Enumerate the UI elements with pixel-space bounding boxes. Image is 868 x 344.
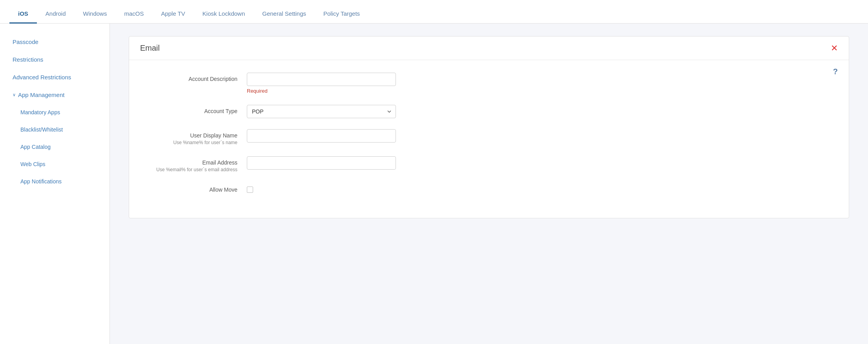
account-type-label: Account Type — [145, 108, 237, 114]
tab-general-settings[interactable]: General Settings — [253, 3, 315, 24]
sidebar-item-app-catalog[interactable]: App Catalog — [0, 138, 109, 156]
close-button[interactable]: ✕ — [831, 44, 838, 53]
email-card-body: ? Account Description Required Account T… — [129, 60, 849, 218]
sidebar: Passcode Restrictions Advanced Restricti… — [0, 24, 110, 344]
account-type-row: Account Type POP IMAP — [145, 105, 833, 118]
email-address-sublabel: Use %email% for user`s email address — [145, 167, 237, 172]
email-card-header: Email ✕ — [129, 37, 849, 60]
tab-windows[interactable]: Windows — [75, 3, 116, 24]
top-nav: iOS Android Windows macOS Apple TV Kiosk… — [0, 0, 868, 24]
sidebar-item-app-notifications[interactable]: App Notifications — [0, 173, 109, 190]
account-type-select[interactable]: POP IMAP — [247, 105, 396, 118]
allow-move-label: Allow Move — [145, 187, 237, 193]
allow-move-row: Allow Move — [145, 183, 833, 194]
sidebar-item-mandatory-apps[interactable]: Mandatory Apps — [0, 104, 109, 121]
sidebar-item-app-management-label: App Management — [18, 91, 64, 98]
sidebar-item-restrictions[interactable]: Restrictions — [0, 51, 109, 68]
main-layout: Passcode Restrictions Advanced Restricti… — [0, 24, 868, 344]
chevron-icon: ∨ — [13, 92, 16, 97]
allow-move-checkbox[interactable] — [247, 187, 253, 193]
user-display-name-sublabel: Use %name% for user`s name — [145, 140, 237, 145]
email-card-title: Email — [140, 44, 160, 53]
email-address-label: Email Address — [145, 159, 237, 166]
sidebar-item-web-clips[interactable]: Web Clips — [0, 156, 109, 173]
email-address-row: Email Address Use %email% for user`s ema… — [145, 156, 833, 172]
tab-policy-targets[interactable]: Policy Targets — [315, 3, 368, 24]
tab-android[interactable]: Android — [37, 3, 75, 24]
account-description-input[interactable] — [247, 73, 396, 86]
tab-kiosk-lockdown[interactable]: Kiosk Lockdown — [194, 3, 253, 24]
help-button[interactable]: ? — [833, 67, 838, 76]
sidebar-item-advanced-restrictions[interactable]: Advanced Restrictions — [0, 68, 109, 86]
content-area: Email ✕ ? Account Description Required — [110, 24, 868, 344]
account-description-label: Account Description — [145, 76, 237, 82]
user-display-name-row: User Display Name Use %name% for user`s … — [145, 129, 833, 145]
email-card: Email ✕ ? Account Description Required — [129, 36, 849, 218]
tab-macos[interactable]: macOS — [115, 3, 152, 24]
user-display-name-input[interactable] — [247, 129, 396, 143]
account-description-row: Account Description Required — [145, 73, 833, 94]
required-text: Required — [247, 88, 396, 94]
email-address-input[interactable] — [247, 156, 396, 170]
sidebar-item-blacklist-whitelist[interactable]: Blacklist/Whitelist — [0, 121, 109, 138]
sidebar-item-app-management[interactable]: ∨ App Management — [0, 86, 109, 104]
tab-appletv[interactable]: Apple TV — [152, 3, 193, 24]
user-display-name-label: User Display Name — [145, 132, 237, 139]
sidebar-item-passcode[interactable]: Passcode — [0, 33, 109, 51]
tab-ios[interactable]: iOS — [9, 3, 37, 24]
